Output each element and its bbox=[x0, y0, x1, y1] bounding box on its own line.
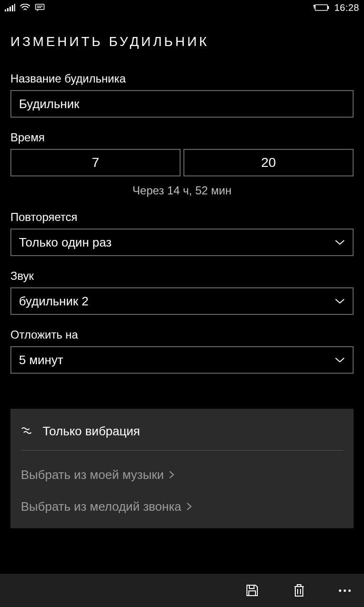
vibration-only-label: Только вибрация bbox=[43, 424, 140, 439]
repeat-dropdown[interactable]: Только один раз bbox=[10, 229, 354, 256]
sound-value: будильник 2 bbox=[19, 294, 89, 309]
chevron-down-icon bbox=[335, 239, 345, 245]
svg-rect-2 bbox=[9, 7, 11, 11]
svg-rect-1 bbox=[7, 8, 9, 11]
chevron-down-icon bbox=[335, 357, 345, 363]
choose-from-ringtones-link[interactable]: Выбрать из мелодий звонка bbox=[21, 499, 343, 514]
vibration-icon bbox=[21, 424, 34, 439]
app-bar bbox=[0, 574, 364, 607]
page-title: ИЗМЕНИТЬ БУДИЛЬНИК bbox=[0, 15, 364, 59]
vibration-only-option[interactable]: Только вибрация bbox=[21, 421, 343, 451]
svg-rect-4 bbox=[14, 4, 15, 11]
battery-icon bbox=[313, 4, 329, 11]
status-bar: 16:28 bbox=[0, 0, 364, 15]
delete-button[interactable] bbox=[292, 583, 306, 598]
svg-rect-3 bbox=[12, 5, 13, 11]
svg-rect-8 bbox=[315, 5, 328, 10]
snooze-value: 5 минут bbox=[19, 353, 63, 368]
svg-rect-12 bbox=[249, 585, 254, 589]
time-label: Время bbox=[10, 131, 354, 144]
time-minute-picker[interactable]: 20 bbox=[183, 149, 354, 176]
time-hour-picker[interactable]: 7 bbox=[10, 149, 181, 176]
alarm-name-label: Название будильника bbox=[10, 72, 354, 85]
time-hour-value: 7 bbox=[92, 155, 100, 170]
svg-rect-13 bbox=[249, 591, 255, 596]
time-remaining-hint: Через 14 ч, 52 мин bbox=[10, 184, 354, 197]
content: Название будильника Будильник Время 7 20… bbox=[0, 72, 364, 374]
choose-from-ringtones-label: Выбрать из мелодий звонка bbox=[21, 499, 182, 514]
more-button[interactable] bbox=[339, 589, 351, 592]
signal-icon bbox=[5, 4, 15, 11]
sound-label: Звук bbox=[10, 269, 354, 283]
repeat-label: Повторяется bbox=[10, 211, 354, 224]
time-minute-value: 20 bbox=[261, 155, 276, 170]
status-clock: 16:28 bbox=[334, 2, 359, 13]
wifi-icon bbox=[20, 4, 30, 11]
choose-from-music-link[interactable]: Выбрать из моей музыки bbox=[21, 468, 343, 482]
svg-point-10 bbox=[313, 5, 315, 7]
save-button[interactable] bbox=[245, 583, 259, 598]
chevron-down-icon bbox=[335, 298, 345, 304]
svg-rect-9 bbox=[328, 6, 329, 9]
svg-rect-0 bbox=[5, 9, 6, 11]
status-left bbox=[5, 4, 45, 11]
status-right: 16:28 bbox=[313, 2, 359, 13]
alarm-name-value: Будильник bbox=[19, 97, 79, 111]
choose-from-music-label: Выбрать из моей музыки bbox=[21, 468, 164, 482]
repeat-value: Только один раз bbox=[19, 235, 112, 250]
snooze-dropdown[interactable]: 5 минут bbox=[10, 346, 354, 374]
sound-picker-panel: Только вибрация Выбрать из моей музыки В… bbox=[10, 409, 354, 528]
svg-rect-5 bbox=[36, 4, 44, 9]
alarm-name-input[interactable]: Будильник bbox=[10, 90, 354, 118]
sound-dropdown[interactable]: будильник 2 bbox=[10, 287, 354, 315]
snooze-label: Отложить на bbox=[10, 328, 354, 341]
message-icon bbox=[35, 4, 45, 11]
chevron-right-icon bbox=[169, 468, 174, 482]
more-icon bbox=[339, 589, 351, 592]
chevron-right-icon bbox=[186, 499, 192, 514]
